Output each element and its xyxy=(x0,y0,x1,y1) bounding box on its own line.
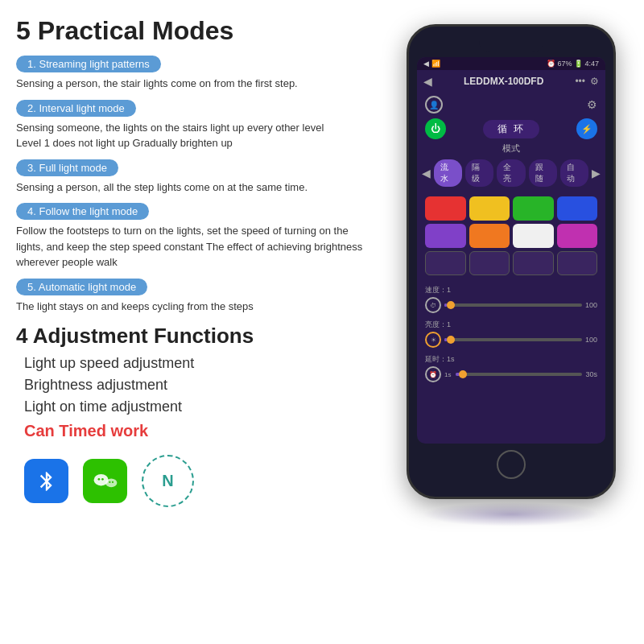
delay-min: 1s xyxy=(444,371,451,378)
tab-zidong[interactable]: 自动 xyxy=(560,159,588,187)
speed-max: 100 xyxy=(585,301,597,309)
power-row: ⏻ 循 环 ⚡ xyxy=(417,117,605,142)
delay-icon: ⏰ xyxy=(425,366,441,382)
speed-icon: ⏱ xyxy=(425,297,441,313)
svg-point-1 xyxy=(105,478,117,487)
status-bar: ◀ 📶 ⏰ 67% 🔋 4:47 xyxy=(417,57,605,70)
adjustments-title: 4 Adjustment Functions xyxy=(16,324,378,349)
tab-gensui[interactable]: 跟随 xyxy=(529,159,557,187)
brightness-max: 100 xyxy=(585,336,597,344)
right-panel: ◀ 📶 ⏰ 67% 🔋 4:47 ◀ LEDDMX-100DFD ••• ⚙ 👤… xyxy=(394,16,628,628)
settings-icon[interactable]: ⚙ xyxy=(590,76,599,87)
mode-4: 4. Follow the light mode Follow the foot… xyxy=(16,203,378,270)
n-logo-icon: N xyxy=(142,455,194,507)
color-magenta[interactable] xyxy=(557,224,598,248)
mode-2-desc: Sensing someone, the lights on the stair… xyxy=(16,120,378,151)
delay-slider-row: ⏰ 1s 30s xyxy=(425,366,597,382)
wechat-icon xyxy=(83,459,127,503)
color-purple[interactable] xyxy=(425,224,466,248)
mode-label: 模式 xyxy=(417,142,605,155)
tab-geji[interactable]: 隔级 xyxy=(465,159,493,187)
adjustment-3: Light on time adjustment xyxy=(24,398,378,415)
color-red[interactable] xyxy=(425,196,466,221)
power-button[interactable]: ⏻ xyxy=(425,118,446,139)
status-left: ◀ 📶 xyxy=(423,60,440,68)
color-custom1[interactable] xyxy=(425,251,466,275)
profile-icon[interactable]: 👤 xyxy=(425,96,443,114)
delay-label: 延时：1s xyxy=(425,354,597,365)
mode-5-badge: 5. Automatic light mode xyxy=(16,279,147,295)
color-custom3[interactable] xyxy=(513,251,554,275)
mode-4-desc: Follow the footsteps to turn on the ligh… xyxy=(16,223,378,270)
mode-4-badge: 4. Follow the light mode xyxy=(16,203,149,220)
speed-track[interactable] xyxy=(444,303,582,307)
color-blue[interactable] xyxy=(557,196,598,221)
color-green[interactable] xyxy=(513,196,554,221)
svg-point-5 xyxy=(111,481,113,482)
app-header-icons: ••• ⚙ xyxy=(575,76,599,87)
can-timed-label: Can Timed work xyxy=(16,422,378,440)
speed-label: 速度：1 xyxy=(425,285,597,295)
home-button[interactable] xyxy=(497,450,526,479)
color-white[interactable] xyxy=(513,224,554,248)
phone-notch xyxy=(479,38,543,52)
bluetooth-icon xyxy=(24,459,68,503)
delay-track[interactable] xyxy=(456,373,582,376)
color-custom4[interactable] xyxy=(557,251,598,275)
mode-3-desc: Sensing a person, all the step lights co… xyxy=(16,180,378,196)
icons-row: N xyxy=(16,455,378,507)
speed-slider-row: ⏱ 100 xyxy=(425,297,597,313)
color-orange[interactable] xyxy=(469,224,510,248)
mode-2: 2. Interval light mode Sensing someone, … xyxy=(16,100,378,151)
color-grid xyxy=(417,193,605,279)
mode-tabs: ◀ 流水 隔级 全亮 跟随 自动 ▶ xyxy=(417,158,605,188)
app-title: LEDDMX-100DFD xyxy=(464,76,543,87)
bluetooth-button[interactable]: ⚡ xyxy=(576,118,597,139)
mode-5-desc: The light stays on and keeps cycling fro… xyxy=(16,299,378,315)
phone-shadow xyxy=(423,502,600,526)
adjustment-2: Brightness adjustment xyxy=(24,377,378,394)
profile-row: 👤 ⚙ xyxy=(417,93,605,117)
cycle-label[interactable]: 循 环 xyxy=(483,120,539,138)
sliders-section: 速度：1 ⏱ 100 亮度：1 ☀ xyxy=(417,282,605,392)
brightness-track[interactable] xyxy=(444,338,582,341)
mode-3: 3. Full light mode Sensing a person, all… xyxy=(16,159,378,196)
color-custom2[interactable] xyxy=(469,251,510,275)
mode-1: 1. Streaming light patterns Sensing a pe… xyxy=(16,56,378,92)
brightness-icon: ☀ xyxy=(425,332,441,348)
next-chevron[interactable]: ▶ xyxy=(592,167,601,180)
page-title: 5 Practical Modes xyxy=(16,16,378,46)
mode-2-badge: 2. Interval light mode xyxy=(16,100,136,117)
tab-liushui[interactable]: 流水 xyxy=(434,159,462,187)
svg-point-4 xyxy=(109,481,110,482)
more-icon[interactable]: ••• xyxy=(575,76,585,87)
adjustments-list: Light up speed adjustment Brightness adj… xyxy=(16,355,378,415)
mode-1-badge: 1. Streaming light patterns xyxy=(16,56,161,72)
delay-max: 30s xyxy=(585,370,597,378)
adjustment-1: Light up speed adjustment xyxy=(24,355,378,372)
prev-chevron[interactable]: ◀ xyxy=(422,167,431,180)
tab-quanliang[interactable]: 全亮 xyxy=(497,159,525,187)
svg-point-2 xyxy=(97,477,100,480)
mode-1-desc: Sensing a person, the stair lights come … xyxy=(16,76,378,92)
mode-3-badge: 3. Full light mode xyxy=(16,159,118,176)
back-icon[interactable]: ◀ xyxy=(423,75,432,88)
left-panel: 5 Practical Modes 1. Streaming light pat… xyxy=(16,16,386,628)
brightness-label: 亮度：1 xyxy=(425,320,597,330)
status-right: ⏰ 67% 🔋 4:47 xyxy=(547,60,599,68)
phone-screen: ◀ 📶 ⏰ 67% 🔋 4:47 ◀ LEDDMX-100DFD ••• ⚙ 👤… xyxy=(417,57,605,444)
color-yellow[interactable] xyxy=(469,196,510,221)
phone: ◀ 📶 ⏰ 67% 🔋 4:47 ◀ LEDDMX-100DFD ••• ⚙ 👤… xyxy=(407,24,616,499)
brightness-slider-row: ☀ 100 xyxy=(425,332,597,348)
gear-icon[interactable]: ⚙ xyxy=(587,98,597,111)
svg-point-3 xyxy=(101,477,104,480)
mode-5: 5. Automatic light mode The light stays … xyxy=(16,279,378,315)
app-header: ◀ LEDDMX-100DFD ••• ⚙ xyxy=(417,70,605,93)
